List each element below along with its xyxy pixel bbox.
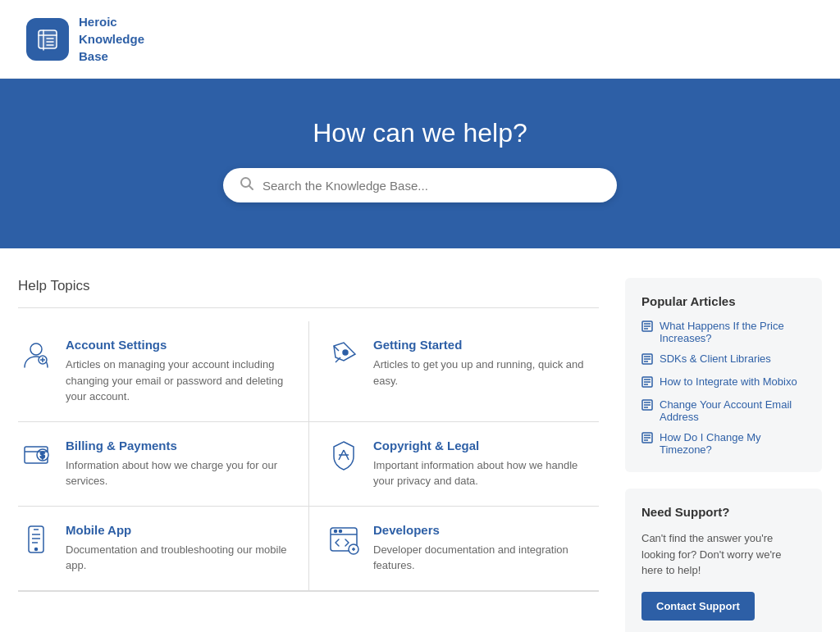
need-support-title: Need Support? [641, 505, 806, 519]
billing-payments-icon: $ [18, 439, 54, 471]
getting-started-icon [326, 338, 362, 371]
svg-point-23 [35, 548, 38, 550]
topics-grid: Account Settings Articles on managing yo… [18, 321, 599, 591]
topic-mobile-app[interactable]: Mobile App Documentation and troubleshoo… [18, 507, 308, 591]
article-item[interactable]: How Do I Change My Timezone? [641, 431, 806, 456]
article-icon [641, 321, 653, 334]
divider-top [18, 307, 599, 308]
article-item[interactable]: What Happens If the Price Increases? [641, 320, 806, 344]
svg-point-29 [335, 530, 337, 532]
copyright-legal-text: Copyright & Legal Important information … [373, 439, 586, 489]
account-settings-icon [18, 338, 54, 371]
search-icon [240, 176, 254, 194]
svg-line-7 [249, 186, 253, 189]
right-sidebar: Popular Articles What Happens If the Pri… [625, 278, 822, 632]
header: Heroic Knowledge Base [0, 0, 840, 79]
topic-billing-payments[interactable]: $ Billing & Payments Information about h… [18, 422, 308, 507]
getting-started-text: Getting Started Articles to get you up a… [373, 338, 586, 389]
topic-getting-started[interactable]: Getting Started Articles to get you up a… [308, 321, 599, 422]
topic-developers[interactable]: Developers Developer documentation and i… [308, 507, 599, 591]
search-bar [223, 168, 617, 202]
section-title: Help Topics [18, 278, 599, 294]
mobile-app-text: Mobile App Documentation and troubleshoo… [66, 523, 295, 574]
developers-icon [326, 523, 362, 556]
developers-text: Developers Developer documentation and i… [373, 523, 586, 574]
logo-box: Heroic Knowledge Base [26, 13, 144, 65]
svg-point-12 [343, 350, 348, 355]
article-item[interactable]: SDKs & Client Libraries [641, 352, 806, 367]
account-settings-text: Account Settings Articles on managing yo… [66, 338, 295, 405]
hero-section: How can we help? [0, 79, 840, 248]
hero-title: How can we help? [16, 118, 824, 148]
support-description: Can't find the answer you're looking for… [641, 530, 806, 579]
article-icon [641, 376, 653, 390]
article-icon [641, 432, 653, 446]
logo-icon [26, 18, 69, 61]
popular-articles-card: Popular Articles What Happens If the Pri… [625, 278, 822, 472]
contact-support-button[interactable]: Contact Support [641, 592, 755, 621]
copyright-legal-icon [326, 439, 362, 471]
divider-bottom [18, 591, 599, 592]
left-column: Help Topics Account Settings Articles on [18, 278, 599, 632]
svg-point-8 [30, 343, 42, 355]
article-list: What Happens If the Price Increases? SDK… [641, 320, 806, 456]
svg-point-30 [340, 530, 342, 532]
topic-account-settings[interactable]: Account Settings Articles on managing yo… [18, 321, 308, 422]
article-item[interactable]: Change Your Account Email Address [641, 398, 806, 423]
article-icon [641, 399, 653, 413]
logo-text: Heroic Knowledge Base [79, 13, 144, 65]
mobile-app-icon [18, 523, 54, 556]
topic-copyright-legal[interactable]: Copyright & Legal Important information … [308, 422, 599, 507]
billing-payments-text: Billing & Payments Information about how… [66, 439, 295, 489]
article-item[interactable]: How to Integrate with Mobixo [641, 375, 806, 390]
popular-articles-title: Popular Articles [641, 294, 806, 308]
main-content: Help Topics Account Settings Articles on [2, 248, 838, 632]
search-input[interactable] [262, 179, 600, 193]
need-support-card: Need Support? Can't find the answer you'… [625, 489, 822, 632]
article-icon [641, 353, 653, 367]
